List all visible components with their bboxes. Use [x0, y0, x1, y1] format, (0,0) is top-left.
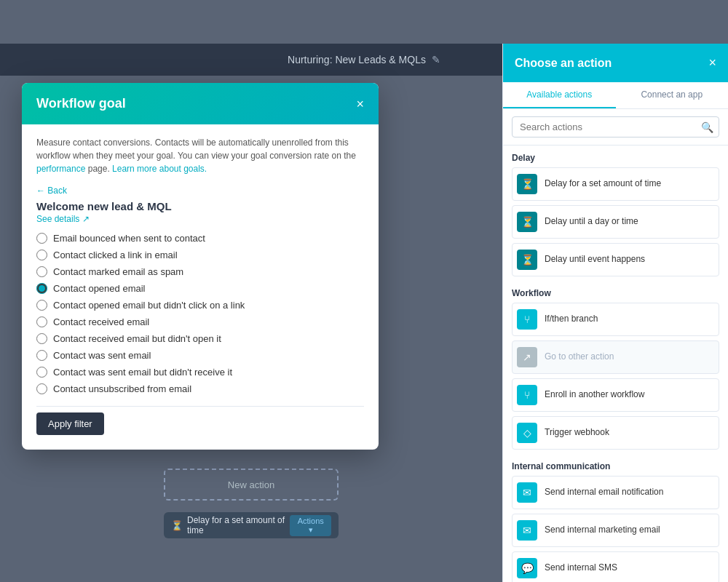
action-item-icon: ⑂	[517, 309, 537, 330]
action-item-label: Send internal marketing email	[545, 525, 660, 536]
see-details-link[interactable]: See details ↗	[36, 214, 364, 224]
search-icon-button[interactable]: 🔍	[701, 121, 713, 133]
radio-label: Email bounced when sent to contact	[53, 233, 205, 244]
action-item-icon: ◇	[517, 423, 537, 443]
action-item[interactable]: ⑂If/then branch	[512, 303, 719, 336]
action-item-icon: ↗	[517, 347, 537, 367]
action-item-icon: ⑂	[517, 385, 537, 405]
action-item-label: Delay until a day or time	[545, 216, 638, 228]
performance-link[interactable]: performance	[36, 164, 85, 174]
action-item-icon: ⏳	[517, 212, 537, 232]
modal-body: Measure contact conversions. Contacts wi…	[22, 124, 379, 450]
action-category-label: Delay	[512, 146, 719, 167]
radio-label: Contact opened email	[53, 283, 145, 294]
radio-item[interactable]: Contact was sent email but didn't receiv…	[36, 367, 364, 378]
radio-item[interactable]: Email bounced when sent to contact	[36, 233, 364, 244]
action-item: ↗Go to other action	[512, 340, 719, 374]
action-panel-title: Choose an action	[515, 57, 612, 70]
radio-item[interactable]: Contact received email	[36, 316, 364, 327]
action-list: Delay⏳Delay for a set amount of time⏳Del…	[503, 146, 728, 582]
workflow-goal-modal: Workflow goal × Measure contact conversi…	[22, 83, 379, 450]
action-category-label: Workflow	[512, 281, 719, 303]
radio-input[interactable]	[36, 300, 47, 311]
radio-input[interactable]	[36, 283, 47, 294]
radio-label: Contact was sent email	[53, 350, 151, 361]
action-category-label: Internal communication	[512, 454, 719, 476]
radio-item[interactable]: Contact received email but didn't open i…	[36, 333, 364, 344]
action-item[interactable]: ⏳Delay until a day or time	[512, 205, 719, 239]
radio-option-list: Email bounced when sent to contact Conta…	[36, 233, 364, 394]
radio-item[interactable]: Contact marked email as spam	[36, 266, 364, 277]
radio-item[interactable]: Contact unsubscribed from email	[36, 383, 364, 394]
action-item-label: Send internal email notification	[545, 487, 663, 498]
action-tabs: Available actionsConnect an app	[503, 82, 728, 109]
modal-header: Workflow goal ×	[22, 83, 379, 124]
action-item-label: Delay for a set amount of time	[545, 178, 661, 190]
action-item-icon: 💬	[517, 558, 537, 578]
workflow-title: Nurturing: New Leads & MQLs	[288, 54, 426, 65]
radio-label: Contact opened email but didn't click on…	[53, 300, 245, 311]
action-item-icon: ✉	[517, 520, 537, 541]
action-item[interactable]: ⏳Delay until event happens	[512, 243, 719, 276]
edit-icon[interactable]: ✎	[432, 54, 440, 65]
action-item[interactable]: ✉Send internal email notification	[512, 476, 719, 509]
modal-description: Measure contact conversions. Contacts wi…	[36, 136, 364, 175]
action-item-label: Trigger webhook	[545, 427, 609, 439]
radio-item[interactable]: Contact clicked a link in email	[36, 250, 364, 260]
back-link[interactable]: ← Back	[36, 186, 364, 196]
radio-label: Contact marked email as spam	[53, 266, 183, 277]
radio-input[interactable]	[36, 250, 47, 260]
action-item-label: Enroll in another workflow	[545, 389, 644, 401]
action-item[interactable]: 💬Send internal SMS	[512, 551, 719, 582]
radio-input[interactable]	[36, 383, 47, 394]
action-item-icon: ✉	[517, 482, 537, 503]
tab-available-actions[interactable]: Available actions	[503, 82, 616, 108]
radio-input[interactable]	[36, 316, 47, 327]
learn-more-link[interactable]: Learn more about goals.	[112, 164, 207, 174]
tab-connect-an-app[interactable]: Connect an app	[616, 82, 729, 108]
action-item-label: Delay until event happens	[545, 254, 645, 266]
action-item-label: Go to other action	[545, 351, 614, 363]
modal-overlay: Workflow goal × Measure contact conversi…	[22, 76, 400, 546]
search-input[interactable]	[512, 116, 719, 137]
action-item-icon: ⏳	[517, 174, 537, 194]
action-panel: Choose an action × Available actionsConn…	[502, 44, 728, 582]
radio-item[interactable]: Contact opened email but didn't click on…	[36, 300, 364, 311]
radio-label: Contact clicked a link in email	[53, 250, 178, 260]
modal-divider	[36, 406, 364, 407]
radio-label: Contact unsubscribed from email	[53, 383, 191, 394]
radio-input[interactable]	[36, 333, 47, 344]
radio-input[interactable]	[36, 266, 47, 277]
action-item-icon: ⏳	[517, 250, 537, 270]
radio-input[interactable]	[36, 350, 47, 361]
search-box: 🔍	[503, 109, 728, 146]
section-title: Welcome new lead & MQL	[36, 200, 364, 212]
action-item[interactable]: ✉Send internal marketing email	[512, 514, 719, 547]
modal-close-button[interactable]: ×	[356, 97, 364, 111]
action-item-label: If/then branch	[545, 314, 598, 325]
action-panel-header: Choose an action ×	[503, 44, 728, 82]
radio-label: Contact received email	[53, 316, 149, 327]
modal-title: Workflow goal	[36, 96, 126, 111]
action-item[interactable]: ◇Trigger webhook	[512, 416, 719, 450]
panel-close-button[interactable]: ×	[708, 55, 716, 71]
radio-input[interactable]	[36, 367, 47, 378]
action-item[interactable]: ⏳Delay for a set amount of time	[512, 167, 719, 201]
radio-label: Contact was sent email but didn't receiv…	[53, 367, 232, 378]
apply-filter-button[interactable]: Apply filter	[36, 412, 104, 435]
action-item-label: Send internal SMS	[545, 562, 617, 574]
action-item[interactable]: ⑂Enroll in another workflow	[512, 378, 719, 412]
radio-item[interactable]: Contact was sent email	[36, 350, 364, 361]
radio-item[interactable]: Contact opened email	[36, 283, 364, 294]
radio-input[interactable]	[36, 233, 47, 244]
radio-label: Contact received email but didn't open i…	[53, 333, 221, 344]
